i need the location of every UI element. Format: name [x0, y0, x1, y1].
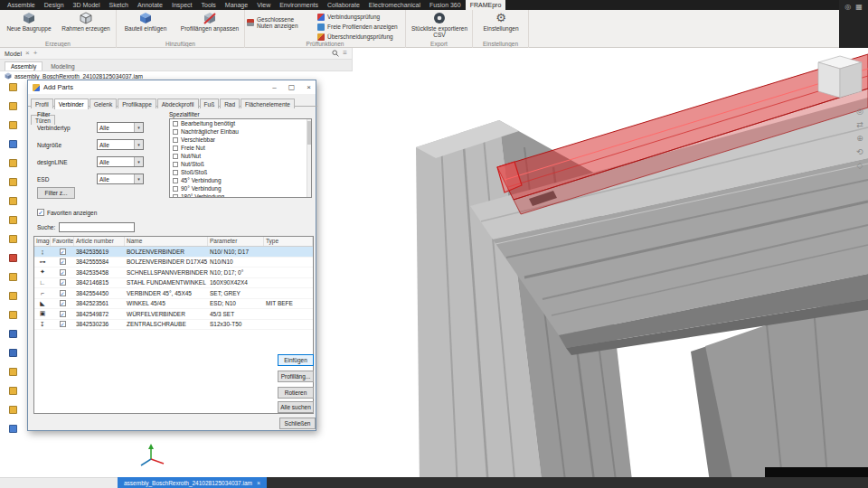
ribbon-tab-inspect[interactable]: Inspect: [167, 0, 197, 10]
search-icon[interactable]: [332, 50, 339, 58]
ribbon-tab-assemble[interactable]: Assemble: [3, 0, 40, 10]
ribbon-tab-collaborate[interactable]: Collaborate: [323, 0, 364, 10]
einstellungen-button[interactable]: ⚙ Einstellungen: [476, 12, 525, 32]
schliessen-button[interactable]: Schließen: [279, 418, 316, 429]
ribbon-tab-design[interactable]: Design: [40, 0, 69, 10]
tree-item-icon[interactable]: [9, 197, 17, 205]
spezialfilter-option-90-verbindung[interactable]: 90° Verbindung: [170, 184, 311, 192]
favorite-checkbox[interactable]: ✓: [60, 311, 66, 317]
ribbon-tab-annotate[interactable]: Annotate: [133, 0, 167, 10]
ribbon-tab-view[interactable]: View: [252, 0, 275, 10]
spezialfilter-option-nut-sto[interactable]: Nut/Stoß: [170, 160, 311, 168]
spezialfilter-option-freie-nut[interactable]: Freie Nut: [170, 144, 311, 152]
document-tab[interactable]: assembly_BoschRexroth_241028125034037.ia…: [118, 477, 267, 488]
favorite-checkbox[interactable]: ✓: [60, 300, 66, 306]
favorites-checkbox[interactable]: ✓: [37, 209, 44, 216]
zoom-icon[interactable]: ⊕: [856, 134, 863, 143]
tree-item-icon[interactable]: [9, 254, 17, 262]
tree-item-icon[interactable]: [9, 406, 17, 414]
tree-item-icon[interactable]: [9, 235, 17, 243]
favorite-checkbox[interactable]: ✓: [60, 249, 66, 255]
tree-item-icon[interactable]: [9, 216, 17, 224]
profillaenge-button[interactable]: Profilläng...: [278, 371, 314, 382]
column-header-favorite[interactable]: Favorite: [51, 237, 74, 246]
document-close-icon[interactable]: ×: [257, 480, 260, 486]
favorites-toggle[interactable]: ✓ Favoriten anzeigen: [37, 209, 97, 216]
ribbon-tab-fusion-360[interactable]: Fusion 360: [425, 0, 466, 10]
column-header-article-number[interactable]: Article number: [74, 237, 125, 246]
tree-item-icon[interactable]: [9, 273, 17, 281]
column-header-name[interactable]: Name: [125, 237, 208, 246]
ribbon-tab-environments[interactable]: Environments: [275, 0, 323, 10]
dialog-tab-profilkappe[interactable]: Profilkappe: [118, 99, 156, 108]
dialog-tab-rad[interactable]: Rad: [220, 99, 240, 108]
help-icon[interactable]: ◎: [844, 3, 851, 48]
scrollbar-thumb[interactable]: [307, 121, 311, 145]
browser-tab-modeling[interactable]: Modeling: [45, 62, 80, 70]
tree-item-icon[interactable]: [9, 159, 17, 167]
table-row[interactable]: ⌐✓3842554450VERBINDER 45°, 45X45SET; GRE…: [34, 288, 313, 299]
tree-item-icon[interactable]: [9, 121, 17, 129]
ribbon-tab-tools[interactable]: Tools: [197, 0, 221, 10]
profillaengen-anpassen-button[interactable]: Profillängen anpassen: [176, 12, 243, 32]
look-at-icon[interactable]: ◇: [857, 161, 863, 170]
filter-dropdown-esd[interactable]: Alle▾: [97, 174, 144, 184]
search-input[interactable]: [59, 222, 135, 232]
geschlossene-nuten-button[interactable]: Geschlossene Nuten anzeigen: [247, 16, 314, 30]
tree-item-icon[interactable]: [9, 330, 17, 338]
ribbon-tab-sketch[interactable]: Sketch: [105, 0, 133, 10]
tree-item-icon[interactable]: [9, 349, 17, 357]
favorite-checkbox[interactable]: ✓: [60, 269, 66, 276]
spezialfilter-option-verschiebbar[interactable]: Verschiebbar: [170, 136, 311, 144]
panel-close-icon[interactable]: ×: [25, 50, 30, 57]
ribbon-tab-manage[interactable]: Manage: [221, 0, 252, 10]
filter-reset-button[interactable]: Filter z...: [37, 187, 75, 199]
scrollbar[interactable]: [307, 119, 311, 197]
panel-menu-icon[interactable]: ≡: [343, 50, 347, 57]
minimize-icon[interactable]: –: [268, 80, 281, 94]
maximize-icon[interactable]: ▢: [285, 80, 298, 94]
verbindungspruefung-button[interactable]: Verbindungsprüfung: [317, 13, 404, 21]
favorite-checkbox[interactable]: ✓: [60, 258, 66, 265]
einfuegen-button[interactable]: Einfügen: [278, 354, 314, 366]
neue-baugruppe-button[interactable]: Neue Baugruppe: [2, 12, 56, 32]
bauteil-einfuegen-button[interactable]: Bauteil einfügen: [118, 12, 173, 32]
rotieren-button[interactable]: Rotieren: [278, 387, 314, 399]
column-header-type[interactable]: Type: [264, 237, 313, 246]
dialog-tab-profil[interactable]: Profil: [31, 99, 53, 108]
orbit-icon[interactable]: ⟲: [856, 147, 863, 156]
ueberschneidungspruefung-button[interactable]: Überschneidungsprüfung: [317, 33, 404, 41]
filter-dropdown-nutgr-e[interactable]: Alle▾: [97, 139, 144, 150]
alle-suchen-button[interactable]: Alle suchen: [278, 401, 314, 413]
table-row[interactable]: ✦✓3842535458SCHNELLSPANNVERBINDERN10; D1…: [34, 267, 313, 278]
table-row[interactable]: ↧✓3842530236ZENTRALSCHRAUBES12x30-T50: [34, 320, 313, 331]
ribbon-tab-framepro[interactable]: FRAMEpro: [466, 0, 506, 10]
filter-dropdown-verbindertyp[interactable]: Alle▾: [97, 122, 144, 133]
spezialfilter-option-bearbeitung-ben-tigt[interactable]: Bearbeitung benötigt: [170, 119, 311, 127]
dialog-tab-abdeckprofil[interactable]: Abdeckprofil: [157, 99, 199, 108]
tree-item-icon[interactable]: [9, 83, 17, 91]
favorite-checkbox[interactable]: ✓: [60, 321, 66, 327]
spezialfilter-option-180-verbindung[interactable]: 180° Verbindung: [170, 192, 311, 198]
column-header-image[interactable]: Image: [34, 237, 51, 246]
spezialfilter-option-nachtr-glicher-einbau[interactable]: Nachträglicher Einbau: [170, 127, 311, 136]
dialog-titlebar[interactable]: Add Parts – ▢ ×: [28, 80, 316, 94]
table-row[interactable]: ▣✓3842549872WÜRFELVERBINDER45/3 SET: [34, 309, 313, 320]
panels-icon[interactable]: ▦: [855, 3, 863, 48]
tree-item-icon[interactable]: [9, 425, 17, 433]
panel-add-icon[interactable]: +: [33, 50, 38, 57]
table-row[interactable]: ∟✓3842146815STAHL FUNDAMENTWINKEL160X90X…: [34, 278, 313, 289]
tree-item-icon[interactable]: [9, 292, 17, 300]
filter-dropdown-designline[interactable]: Alle▾: [97, 156, 144, 167]
pan-icon[interactable]: ⇄: [856, 120, 863, 129]
table-row[interactable]: ↨✓3842535619BOLZENVERBINDERN10/ N10; D17: [34, 247, 313, 258]
spezialfilter-option-nut-nut[interactable]: Nut/Nut: [170, 152, 311, 160]
close-icon[interactable]: ×: [302, 80, 316, 94]
tree-item-icon[interactable]: [9, 102, 17, 110]
column-header-parameter[interactable]: Parameter: [208, 237, 264, 246]
tree-item-icon[interactable]: [9, 140, 17, 148]
spezialfilter-option-sto-sto[interactable]: Stoß/Stoß: [170, 168, 311, 176]
tree-item-icon[interactable]: [9, 387, 17, 395]
freie-profilenden-button[interactable]: Freie Profilenden anzeigen: [317, 23, 404, 31]
navigation-wheel-icon[interactable]: ◎: [856, 107, 863, 116]
